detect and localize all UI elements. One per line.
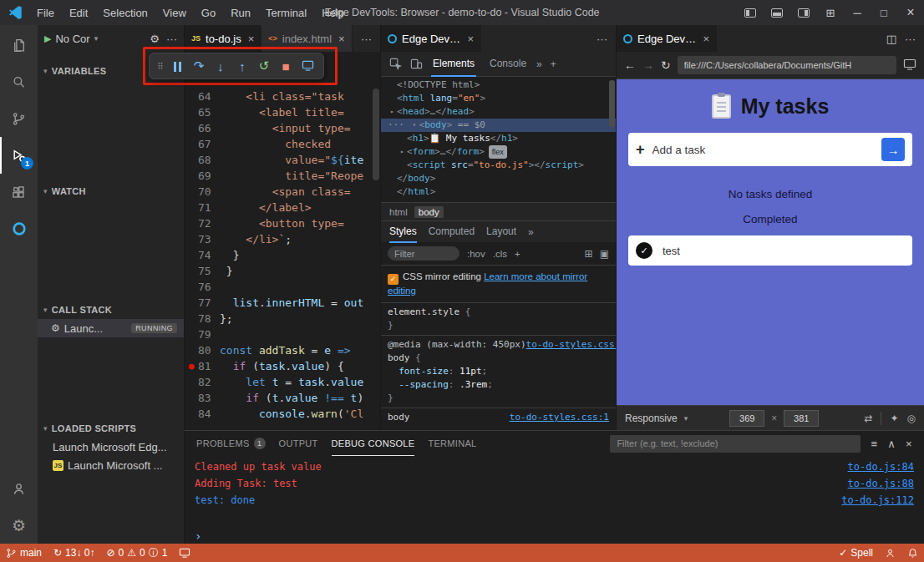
tab-index.html[interactable]: <>index.html× bbox=[261, 25, 352, 52]
settings-gear-icon[interactable]: ⚙ bbox=[0, 507, 38, 544]
tab-edge-devtools[interactable]: Edge DevTools × bbox=[381, 25, 481, 52]
restart-icon[interactable]: ↺ bbox=[253, 58, 275, 73]
code-line[interactable]: 69 title="Reope bbox=[185, 168, 380, 184]
stop-icon[interactable]: ■ bbox=[275, 59, 297, 73]
computed-sidebar-icon[interactable]: ▣ bbox=[600, 248, 609, 260]
screencast-icon[interactable] bbox=[297, 59, 318, 73]
console-filter-input[interactable] bbox=[610, 435, 861, 453]
source-link[interactable]: to-do.js:84 bbox=[848, 458, 914, 475]
flex-badge[interactable]: flex bbox=[489, 145, 507, 159]
inspect-icon[interactable] bbox=[389, 58, 402, 70]
viewport-height-input[interactable] bbox=[784, 410, 819, 427]
code-line[interactable]: 71 </label> bbox=[185, 200, 380, 215]
styles-tab-styles[interactable]: Styles bbox=[389, 221, 417, 243]
maximize-button[interactable]: □ bbox=[871, 0, 897, 25]
tab-edge-devtools-browser[interactable]: Edge DevTools: Browser × bbox=[617, 25, 717, 52]
run-and-debug-icon[interactable]: 1 bbox=[0, 137, 38, 174]
back-icon[interactable]: ← bbox=[624, 58, 636, 72]
twistie-icon[interactable]: ▸ bbox=[388, 105, 397, 119]
edge-devtools-icon[interactable] bbox=[0, 210, 38, 247]
maximize-panel-icon[interactable]: ∧ bbox=[887, 438, 896, 450]
menu-selection[interactable]: Selection bbox=[96, 4, 154, 22]
step-into-icon[interactable]: ↓ bbox=[210, 59, 231, 73]
minimize-button[interactable]: ─ bbox=[844, 0, 871, 25]
breakpoint-dot[interactable]: ● bbox=[185, 358, 198, 374]
device-emulation-icon[interactable] bbox=[410, 58, 423, 70]
dom-tree[interactable]: <!DOCTYPE html> <html lang="en">▸<head>…… bbox=[381, 77, 616, 202]
code-line[interactable]: 70 <span class= bbox=[185, 184, 380, 200]
submit-task-button[interactable]: → bbox=[881, 138, 905, 161]
code-line[interactable]: 75 } bbox=[185, 263, 380, 279]
menu-run[interactable]: Run bbox=[224, 4, 257, 22]
menu-terminal[interactable]: Terminal bbox=[259, 4, 313, 22]
code-line[interactable]: 74 } bbox=[185, 247, 380, 263]
tab-to-do.js[interactable]: JSto-do.js× bbox=[185, 25, 261, 52]
code-line[interactable]: 80const addTask = e => bbox=[185, 342, 380, 358]
section-watch[interactable]: ▾ WATCH bbox=[38, 182, 184, 200]
panel-tab-debug-console[interactable]: DEBUG CONSOLE bbox=[332, 431, 415, 456]
code-line[interactable]: 64 <li class="task bbox=[185, 89, 380, 104]
section-call-stack[interactable]: ▾ CALL STACK bbox=[38, 301, 184, 319]
close-icon[interactable]: × bbox=[701, 33, 709, 45]
debug-console-output[interactable]: Cleaned up task valueto-do.js:84Adding T… bbox=[185, 456, 924, 544]
step-over-icon[interactable]: ↷ bbox=[188, 58, 210, 73]
close-icon[interactable]: × bbox=[337, 33, 345, 45]
twistie-icon[interactable]: ▾ bbox=[410, 119, 419, 132]
breadcrumb-html[interactable]: html bbox=[389, 207, 408, 217]
dom-node[interactable]: <html lang="en"> bbox=[381, 92, 616, 105]
devtools-tab-console[interactable]: Console bbox=[488, 52, 528, 77]
call-stack-session[interactable]: ⚙ Launc... RUNNING bbox=[38, 319, 184, 337]
dom-node[interactable]: <script src="to-do.js"></script> bbox=[381, 159, 616, 172]
code-line[interactable]: 76 bbox=[185, 279, 380, 295]
task-done-checkbox[interactable]: ✓ bbox=[636, 242, 652, 259]
dom-node[interactable]: ▸<head>…</head> bbox=[381, 105, 616, 119]
css-mirror-checkbox[interactable]: ✓ bbox=[388, 274, 399, 285]
loaded-script-item[interactable]: JSLaunch Microsoft ... bbox=[38, 456, 184, 474]
more-tools-icon[interactable]: » bbox=[536, 58, 542, 70]
hover-states-button[interactable]: :hov bbox=[467, 249, 485, 259]
new-style-rule-icon[interactable]: + bbox=[515, 249, 520, 259]
reload-icon[interactable]: ↻ bbox=[661, 58, 671, 72]
dom-scrollbar[interactable] bbox=[609, 80, 615, 127]
git-branch-item[interactable]: main bbox=[0, 544, 48, 562]
dom-node[interactable]: </body> bbox=[381, 172, 616, 185]
devtools-tab-elements[interactable]: Elements bbox=[431, 52, 476, 77]
start-debug-icon[interactable]: ▶ bbox=[44, 33, 51, 44]
code-line[interactable]: 72 <button type= bbox=[185, 215, 380, 231]
sync-item[interactable]: ↻ 13↓ 0↑ bbox=[48, 544, 100, 562]
menu-help[interactable]: Help bbox=[315, 4, 351, 22]
code-line[interactable]: 79 bbox=[185, 327, 380, 342]
more-tabs-icon[interactable]: » bbox=[528, 226, 534, 238]
customize-layout-icon[interactable]: ⊞ bbox=[817, 0, 844, 25]
notifications-item[interactable] bbox=[901, 544, 924, 562]
css-source-link[interactable]: to-do-styles.css:1 bbox=[510, 411, 609, 424]
problems-item[interactable]: ⊘ 0 ⚠ 0 ⓘ 1 bbox=[100, 544, 173, 562]
code-line[interactable]: 66 <input type= bbox=[185, 120, 380, 136]
spell-checker-item[interactable]: ✓ Spell bbox=[833, 544, 879, 562]
more-actions-icon[interactable]: ··· bbox=[597, 33, 607, 45]
dom-node[interactable]: ▸<form>…</form>flex bbox=[381, 145, 616, 159]
close-button[interactable]: × bbox=[897, 0, 924, 25]
styles-tab-computed[interactable]: Computed bbox=[429, 221, 475, 243]
source-link[interactable]: to-do.js:88 bbox=[848, 475, 914, 492]
split-editor-icon[interactable]: ◫ bbox=[886, 33, 896, 45]
console-prompt-icon[interactable]: › bbox=[195, 528, 201, 544]
feedback-item[interactable] bbox=[879, 544, 901, 562]
close-icon[interactable]: × bbox=[465, 33, 474, 45]
panel-tab-problems[interactable]: PROBLEMS1 bbox=[196, 431, 266, 456]
menu-view[interactable]: View bbox=[156, 4, 193, 22]
viewport-width-input[interactable] bbox=[729, 410, 764, 427]
step-out-icon[interactable]: ↑ bbox=[231, 59, 253, 73]
code-editor[interactable]: 64 <li class="task65 <label title=66 <in… bbox=[185, 52, 380, 430]
grid-overlay-icon[interactable]: ⊞ bbox=[585, 248, 593, 260]
rotate-viewport-icon[interactable]: ⇄ bbox=[864, 413, 872, 424]
section-loaded-scripts[interactable]: ▾ LOADED SCRIPTS bbox=[38, 419, 184, 438]
classes-button[interactable]: .cls bbox=[493, 249, 507, 259]
extensions-icon[interactable] bbox=[0, 174, 38, 210]
menu-file[interactable]: File bbox=[30, 4, 61, 22]
dom-node[interactable]: <!DOCTYPE html> bbox=[381, 78, 616, 92]
open-in-browser-icon[interactable] bbox=[903, 58, 916, 70]
editor-scrollbar[interactable] bbox=[373, 89, 379, 180]
wand-icon[interactable]: ✦ bbox=[890, 413, 898, 424]
section-breakpoints[interactable]: ▾ BREAKPOINTS bbox=[38, 538, 184, 544]
